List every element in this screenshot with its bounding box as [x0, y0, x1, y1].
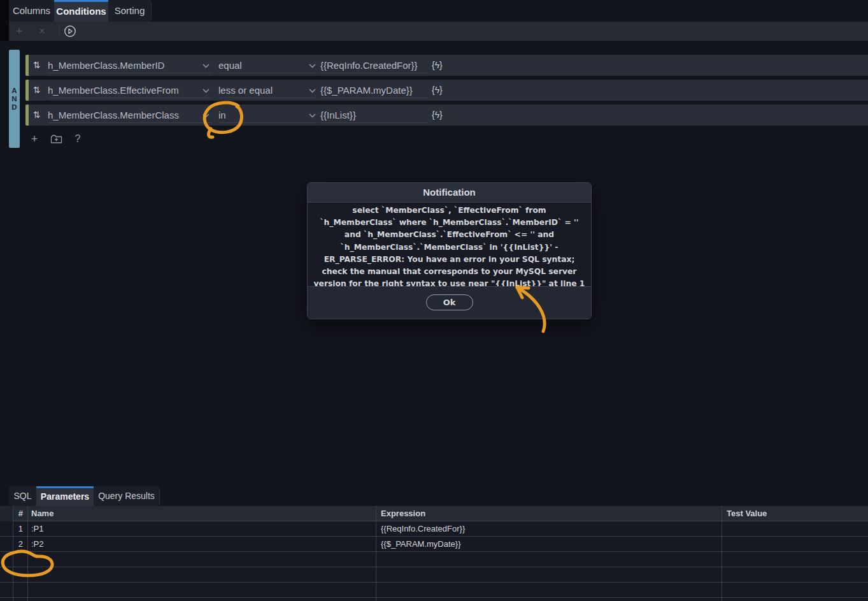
param-test-value-cell[interactable] [727, 537, 864, 552]
table-row-empty[interactable] [0, 583, 868, 598]
row-accent-stripe [25, 105, 29, 126]
conditions-toolbar: + × [9, 22, 868, 41]
tab-divider [159, 489, 160, 504]
dialog-title[interactable]: Notification [308, 183, 591, 203]
row-number: 2 [0, 537, 23, 552]
field-underline [48, 73, 212, 73]
add-button-disabled[interactable]: + [11, 22, 27, 41]
logic-and-bar[interactable]: AND [9, 50, 20, 148]
sort-handle-icon[interactable]: ⇅ [33, 105, 41, 126]
tab-conditions[interactable]: Conditions [54, 0, 108, 22]
column-header-test-value[interactable]: Test Value [727, 506, 864, 521]
value-underline [320, 122, 428, 123]
operator-underline [218, 122, 317, 123]
table-header: # Name Expression Test Value [0, 506, 868, 521]
logic-and-label: AND [11, 87, 18, 112]
query-designer-window: Columns Conditions Sorting + × AND ⇅ h_M… [0, 0, 868, 601]
remove-button-disabled[interactable]: × [34, 22, 50, 41]
add-group-button[interactable] [48, 131, 64, 147]
chevron-down-icon[interactable] [309, 113, 316, 118]
annotation-circle-in-operator-tail [208, 129, 213, 137]
field-underline [48, 98, 212, 98]
column-header-name[interactable]: Name [31, 506, 372, 521]
dialog-footer: Ok [308, 286, 591, 319]
tab-query-results[interactable]: Query Results [94, 486, 159, 506]
sort-handle-icon[interactable]: ⇅ [33, 80, 41, 101]
message-line: `h_MemberClass`.`MemberClass` in '{{InLi… [308, 242, 591, 254]
message-line: `h_MemberClass` where `h_MemberClass`.`M… [308, 217, 591, 229]
row-number: 1 [0, 521, 23, 537]
value-underline [320, 73, 428, 73]
grid-vline [722, 506, 722, 601]
chevron-down-icon[interactable] [203, 89, 210, 93]
condition-actions: + ? [27, 131, 85, 147]
table-row[interactable]: 2 :P2 {{$_PARAM.myDate}} [0, 537, 868, 552]
field-underline [48, 122, 212, 123]
column-header-expression[interactable]: Expression [381, 506, 718, 521]
message-line: check the manual that corresponds to you… [308, 266, 591, 278]
column-header-number[interactable]: # [0, 506, 23, 521]
grid-vline [13, 506, 13, 601]
run-query-button[interactable] [62, 22, 78, 41]
expression-editor-icon[interactable]: {ϟ} [432, 105, 443, 126]
chevron-down-icon[interactable] [309, 89, 316, 93]
condition-row: ⇅ h_MemberClass.MemberClass in {{InList}… [25, 105, 868, 126]
param-expression-cell[interactable]: {{ReqInfo.CreatedFor}} [381, 521, 718, 537]
expression-editor-icon[interactable]: {ϟ} [432, 80, 443, 101]
run-icon [64, 25, 76, 38]
tab-sql[interactable]: SQL [9, 486, 36, 506]
operator-underline [218, 73, 317, 73]
param-name-cell[interactable]: :P1 [31, 521, 372, 537]
corner-spacer [0, 0, 9, 41]
row-accent-stripe [25, 80, 29, 101]
operator-underline [218, 98, 317, 98]
param-name-cell[interactable]: :P2 [31, 537, 372, 552]
tab-sorting[interactable]: Sorting [108, 0, 151, 22]
param-expression-cell[interactable]: {{$_PARAM.myDate}} [381, 537, 718, 552]
table-row[interactable]: 1 :P1 {{ReqInfo.CreatedFor}} [0, 521, 868, 537]
chevron-down-icon[interactable] [203, 64, 210, 68]
notification-dialog: Notification select `MemberClass`, `Effe… [307, 182, 592, 319]
help-button[interactable]: ? [70, 131, 85, 147]
folder-plus-icon [50, 134, 62, 144]
parameters-table: # Name Expression Test Value 1 :P1 {{Req… [0, 506, 868, 601]
expression-editor-icon[interactable]: {ϟ} [432, 55, 443, 76]
table-row-empty[interactable] [0, 567, 868, 583]
chevron-down-icon[interactable] [309, 64, 316, 68]
condition-row: ⇅ h_MemberClass.EffectiveFrom less or eq… [25, 80, 868, 101]
grid-vline [376, 506, 376, 601]
chevron-down-icon[interactable] [203, 113, 210, 118]
dialog-message: select `MemberClass`, `EffectiveFrom` fr… [308, 203, 591, 286]
sort-handle-icon[interactable]: ⇅ [33, 55, 41, 76]
condition-row: ⇅ h_MemberClass.MemberID equal {{ReqInfo… [25, 55, 868, 76]
value-underline [320, 98, 428, 98]
tab-columns[interactable]: Columns [9, 0, 54, 22]
message-line: and `h_MemberClass`.`EffectiveFrom` <= '… [308, 229, 591, 241]
grid-vline [27, 506, 28, 601]
table-row-empty[interactable] [0, 552, 868, 567]
param-test-value-cell[interactable] [727, 521, 864, 537]
message-line: select `MemberClass`, `EffectiveFrom` fr… [308, 205, 591, 217]
row-accent-stripe [25, 55, 29, 76]
tab-divider [151, 3, 152, 19]
toolbar-separator [59, 25, 60, 38]
ok-button[interactable]: Ok [426, 294, 473, 310]
question-mark-icon: ? [75, 133, 81, 145]
add-condition-button[interactable]: + [27, 131, 42, 147]
tab-parameters[interactable]: Parameters [36, 486, 94, 506]
message-line: ER_PARSE_ERROR: You have an error in you… [308, 254, 591, 266]
